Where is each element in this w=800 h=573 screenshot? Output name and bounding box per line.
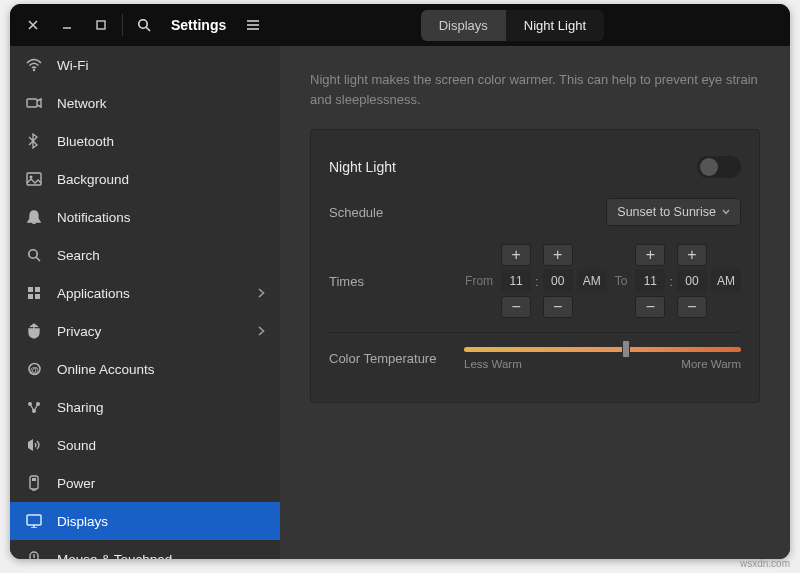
from-hour[interactable]: 11 [501,269,531,293]
bluetooth-icon [25,133,43,149]
night-light-panel: Night Light Schedule Sunset to Sunrise T… [310,129,760,403]
panel-title: Night Light [329,159,454,175]
sidebar-item-bluetooth[interactable]: Bluetooth [10,122,280,160]
color-temp-label: Color Temperature [329,351,464,366]
sidebar-item-wi-fi[interactable]: Wi-Fi [10,46,280,84]
sidebar-item-label: Bluetooth [57,134,114,149]
wi-fi-icon [25,57,43,73]
settings-window: Settings Displays Night Light Wi-FiNetwo… [10,4,790,559]
titlebar: Settings Displays Night Light [10,4,790,46]
times-label: Times [329,274,454,289]
sidebar-item-notifications[interactable]: Notifications [10,198,280,236]
notifications-icon [25,209,43,225]
sidebar-item-online-accounts[interactable]: @Online Accounts [10,350,280,388]
search-button[interactable] [129,10,159,40]
maximize-button[interactable] [86,10,116,40]
slider-thumb[interactable] [622,340,630,358]
to-min-plus[interactable]: + [677,244,707,266]
minimize-icon [62,20,72,30]
svg-rect-17 [32,478,36,481]
sidebar-item-label: Background [57,172,129,187]
to-ampm[interactable]: AM [711,269,741,293]
sidebar-item-label: Applications [57,286,130,301]
mouse-touchpad-icon [25,551,43,559]
sidebar-item-label: Sound [57,438,96,453]
sidebar-item-displays[interactable]: Displays [10,502,280,540]
close-button[interactable] [18,10,48,40]
search-icon [137,18,151,32]
svg-point-2 [33,69,35,71]
from-hour-minus[interactable]: − [501,296,531,318]
network-icon [25,95,43,111]
svg-rect-0 [97,21,105,29]
switch-knob [700,158,718,176]
sidebar-item-mouse-touchpad[interactable]: Mouse & Touchpad [10,540,280,559]
more-warm-label: More Warm [681,358,741,370]
schedule-label: Schedule [329,205,454,220]
svg-rect-9 [28,294,33,299]
svg-rect-10 [35,294,40,299]
to-hour-minus[interactable]: − [635,296,665,318]
to-hour-plus[interactable]: + [635,244,665,266]
to-hour[interactable]: 11 [635,269,665,293]
search-icon [25,247,43,263]
sidebar-item-label: Power [57,476,95,491]
sharing-icon [25,399,43,415]
schedule-value: Sunset to Sunrise [617,205,716,219]
chevron-right-icon [258,326,265,336]
to-min-minus[interactable]: − [677,296,707,318]
sidebar-item-label: Displays [57,514,108,529]
sidebar: Wi-FiNetworkBluetoothBackgroundNotificat… [10,46,280,559]
online-accounts-icon: @ [25,361,43,377]
schedule-combo[interactable]: Sunset to Sunrise [606,198,741,226]
svg-point-1 [139,20,147,28]
svg-rect-16 [30,476,38,489]
watermark: wsxdn.com [740,558,790,569]
minimize-button[interactable] [52,10,82,40]
window-title: Settings [171,17,226,33]
svg-rect-8 [35,287,40,292]
tab-night-light[interactable]: Night Light [506,10,604,41]
maximize-icon [96,20,106,30]
from-label: From [465,274,493,288]
svg-rect-18 [27,515,41,525]
sidebar-item-label: Online Accounts [57,362,155,377]
svg-rect-7 [28,287,33,292]
power-icon [25,475,43,491]
from-min[interactable]: 00 [543,269,573,293]
sidebar-item-sharing[interactable]: Sharing [10,388,280,426]
sidebar-item-background[interactable]: Background [10,160,280,198]
sidebar-item-sound[interactable]: Sound [10,426,280,464]
sidebar-item-power[interactable]: Power [10,464,280,502]
sidebar-item-search[interactable]: Search [10,236,280,274]
from-min-minus[interactable]: − [543,296,573,318]
close-icon [28,20,38,30]
sidebar-item-label: Network [57,96,107,111]
sidebar-item-privacy[interactable]: Privacy [10,312,280,350]
main-content: Night light makes the screen color warme… [280,46,790,559]
menu-button[interactable] [238,10,268,40]
description-text: Night light makes the screen color warme… [310,70,760,109]
chevron-right-icon [258,288,265,298]
from-ampm[interactable]: AM [577,269,607,293]
less-warm-label: Less Warm [464,358,522,370]
applications-icon [25,285,43,301]
header-tabs: Displays Night Light [421,10,604,41]
sidebar-item-label: Wi-Fi [57,58,88,73]
tab-displays[interactable]: Displays [421,10,506,41]
svg-text:@: @ [30,365,39,375]
sidebar-item-network[interactable]: Network [10,84,280,122]
chevron-down-icon [722,209,730,215]
sidebar-item-label: Privacy [57,324,101,339]
to-min[interactable]: 00 [677,269,707,293]
svg-rect-3 [27,99,37,107]
sidebar-item-label: Mouse & Touchpad [57,552,172,560]
displays-icon [25,513,43,529]
night-light-switch[interactable] [697,156,741,178]
color-temp-slider[interactable] [464,347,741,352]
from-hour-plus[interactable]: + [501,244,531,266]
from-min-plus[interactable]: + [543,244,573,266]
sidebar-item-applications[interactable]: Applications [10,274,280,312]
svg-point-6 [29,250,37,258]
svg-rect-4 [27,173,41,185]
